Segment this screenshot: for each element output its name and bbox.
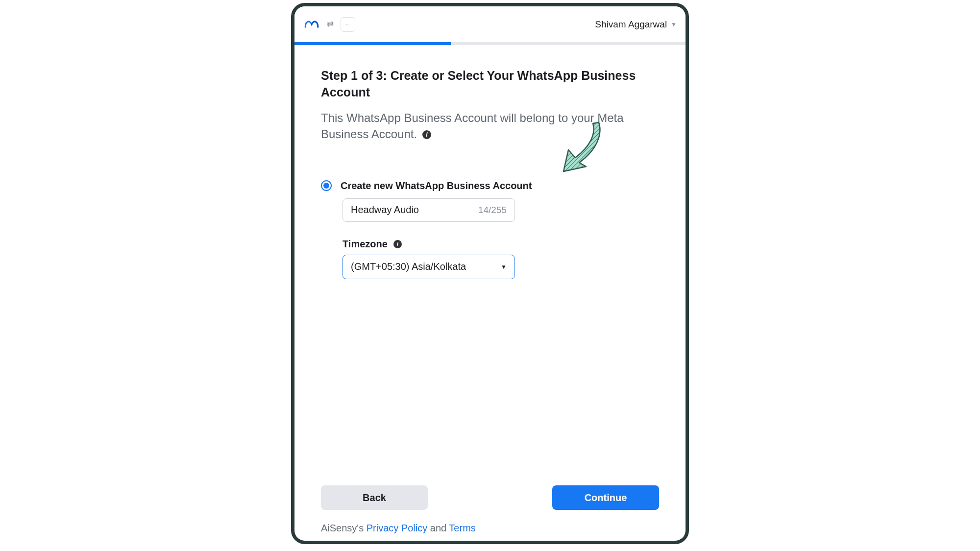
footer-buttons: Back Continue xyxy=(294,485,686,510)
char-count: 14/255 xyxy=(478,205,507,216)
user-menu[interactable]: Shivam Aggarwal ▼ xyxy=(595,19,677,30)
footer-prefix: AiSensy's xyxy=(321,523,367,533)
timezone-label-text: Timezone xyxy=(343,239,388,250)
subtitle-text: This WhatsApp Business Account will belo… xyxy=(321,111,624,141)
meta-logo xyxy=(303,18,320,31)
timezone-selected: (GMT+05:30) Asia/Kolkata xyxy=(351,261,466,272)
info-icon[interactable]: i xyxy=(393,240,402,248)
swap-icon: ⇄ xyxy=(327,19,334,29)
meta-logo-icon xyxy=(303,18,320,29)
radio-create-new[interactable] xyxy=(321,180,332,191)
top-icons: ⇄ ⋯ xyxy=(327,17,355,32)
chevron-down-icon: ▼ xyxy=(501,264,507,270)
topbar: ⇄ ⋯ Shivam Aggarwal ▼ xyxy=(294,6,686,42)
timezone-label: Timezone i xyxy=(343,239,659,250)
info-icon[interactable]: i xyxy=(422,130,431,139)
privacy-link[interactable]: Privacy Policy xyxy=(367,523,427,533)
page-title: Step 1 of 3: Create or Select Your Whats… xyxy=(321,68,659,101)
modal-frame: ⇄ ⋯ Shivam Aggarwal ▼ Step 1 of 3: Creat… xyxy=(291,3,689,544)
chevron-down-icon: ▼ xyxy=(671,21,677,28)
account-name-input[interactable] xyxy=(351,204,478,216)
footer-mid: and xyxy=(427,523,449,533)
terms-link[interactable]: Terms xyxy=(449,523,475,533)
app-tag-icon: ⋯ xyxy=(341,17,355,32)
account-name-input-wrap[interactable]: 14/255 xyxy=(343,198,515,222)
back-button[interactable]: Back xyxy=(321,485,428,510)
timezone-select[interactable]: (GMT+05:30) Asia/Kolkata ▼ xyxy=(343,255,515,279)
content: Step 1 of 3: Create or Select Your Whats… xyxy=(294,45,686,485)
page-subtitle: This WhatsApp Business Account will belo… xyxy=(321,110,659,142)
option-row: Create new WhatsApp Business Account xyxy=(321,180,659,192)
user-name: Shivam Aggarwal xyxy=(595,19,667,30)
continue-button[interactable]: Continue xyxy=(552,485,659,510)
input-block: 14/255 Timezone i (GMT+05:30) Asia/Kolka… xyxy=(343,198,659,279)
option-label: Create new WhatsApp Business Account xyxy=(341,180,532,192)
footer-legal: AiSensy's Privacy Policy and Terms xyxy=(294,523,686,541)
